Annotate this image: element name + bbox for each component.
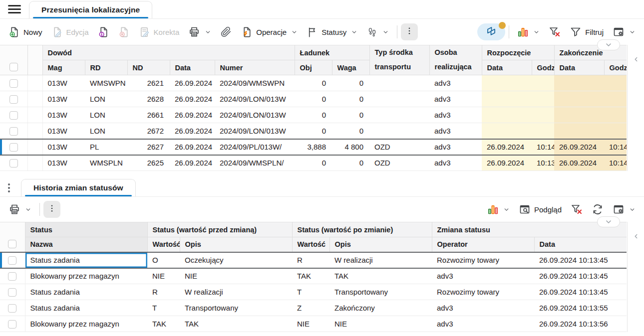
collapse-header-button[interactable] [597, 39, 620, 50]
clear-filter-button[interactable] [566, 201, 587, 218]
row-checkbox-cell[interactable] [0, 75, 27, 91]
column-header-end-data[interactable]: Data [554, 60, 604, 75]
transfer-row[interactable]: 013W PL 2627 26.09.2024 2024/09/PL/013W/… [0, 139, 627, 155]
row-checkbox-cell[interactable] [0, 155, 27, 171]
print-button[interactable] [184, 23, 216, 40]
more-options-button[interactable] [401, 23, 418, 40]
column-header-nazwa[interactable]: Nazwa [25, 237, 147, 252]
chevron-left-icon[interactable] [633, 56, 640, 63]
column-header-opis-przed[interactable]: Opis [180, 237, 292, 252]
column-header-end-godz[interactable]: Godz [604, 60, 627, 75]
new-button[interactable]: Nowy [4, 24, 47, 40]
filter-button[interactable]: Filtruj [565, 23, 608, 40]
group-header-before[interactable]: Status (wartość przed zmianą) [147, 222, 292, 237]
row-checkbox-cell[interactable] [0, 123, 27, 139]
statuses-button[interactable]: Statusy [302, 24, 362, 40]
print-button[interactable] [4, 201, 36, 218]
row-checkbox-cell[interactable] [0, 268, 25, 284]
row-checkbox-cell[interactable] [0, 107, 27, 123]
row-checkbox[interactable] [9, 95, 18, 104]
column-header-waga[interactable]: Waga [332, 60, 369, 75]
cell-rd: WMSWPN [85, 75, 127, 91]
footprints-button[interactable] [362, 24, 393, 40]
column-header-rd[interactable]: RD [85, 60, 127, 75]
select-all-checkbox-cell[interactable] [0, 45, 27, 75]
row-checkbox[interactable] [9, 127, 18, 136]
column-header-osoba[interactable]: Osoba realizująca [429, 45, 482, 75]
transfer-row[interactable]: 013W WMSWPN 2621 26.09.2024 2024/09/WMSW… [0, 75, 627, 91]
group-header-status[interactable]: Status [25, 222, 147, 237]
transfers-table: Dowód Ładunek Typ środka transportu Osob… [0, 45, 627, 171]
clear-filter-button[interactable] [544, 23, 565, 40]
row-checkbox-cell[interactable] [0, 284, 25, 300]
column-header-opis-po[interactable]: Opis [329, 237, 432, 252]
hamburger-menu-icon[interactable] [8, 5, 21, 13]
column-header-wartosc-po[interactable]: Wartość [292, 237, 329, 252]
preview-button[interactable]: Podgląd [514, 201, 566, 218]
grid-settings-button[interactable] [608, 201, 640, 218]
row-checkbox[interactable] [9, 111, 18, 120]
column-scroll-strip[interactable] [627, 45, 644, 171]
row-checkbox-cell[interactable] [0, 252, 25, 268]
chevron-left-icon[interactable] [633, 233, 640, 240]
status-history-row[interactable]: Blokowany przez magazyn NIE NIE TAK TAK … [0, 268, 627, 284]
document-info-button[interactable] [93, 24, 114, 40]
chart-button[interactable] [483, 201, 514, 218]
group-header-ladunek[interactable]: Ładunek [295, 45, 369, 60]
status-history-row[interactable]: Status zadania R W realizacji T Transpor… [0, 284, 627, 300]
column-header-typ[interactable]: Typ środka transportu [369, 45, 429, 75]
cell-nd: 2625 [127, 155, 170, 171]
column-header-mag[interactable]: Mag [42, 60, 85, 75]
row-checkbox-cell[interactable] [0, 316, 25, 332]
cell-waga: 0 [332, 75, 369, 91]
edit-label: Edycja [66, 28, 89, 36]
column-header-wartosc-przed[interactable]: Wartość [147, 237, 180, 252]
tab-przesuniecia-lokalizacyjne[interactable]: Przesunięcia lokalizacyjne [29, 1, 152, 18]
status-history-row[interactable]: Blokowany przez magazyn TAK TAK NIE NIE … [0, 316, 627, 332]
column-header-nd[interactable]: ND [127, 60, 170, 75]
row-checkbox-cell[interactable] [0, 91, 27, 107]
cell-wartosc-po: Z [292, 300, 329, 316]
transfer-row[interactable]: 013W LON 2672 26.09.2024 2024/09/LON/013… [0, 123, 627, 139]
column-header-start-data[interactable]: Data [482, 60, 532, 75]
transfer-row[interactable]: 013W LON 2661 26.09.2024 2024/09/LON/013… [0, 107, 627, 123]
row-checkbox[interactable] [9, 143, 18, 152]
chart-button[interactable] [513, 24, 544, 40]
group-header-after[interactable]: Status (wartość po zmianie) [292, 222, 432, 237]
status-history-row[interactable]: Status zadania T Transportowany Z Zakońc… [0, 300, 627, 316]
collapse-header-button[interactable] [597, 216, 620, 227]
select-all-checkbox-cell[interactable] [0, 222, 25, 252]
refresh-button[interactable] [587, 201, 608, 218]
group-header-dowod[interactable]: Dowód [42, 45, 295, 60]
column-header-numer[interactable]: Numer [215, 60, 295, 75]
row-checkbox[interactable] [8, 304, 16, 313]
column-header-start-godz[interactable]: Godz [532, 60, 554, 75]
column-header-operator[interactable]: Operator [432, 237, 534, 252]
select-all-checkbox[interactable] [9, 63, 18, 71]
transfer-row[interactable]: 013W LON 2628 26.09.2024 2024/09/LON/013… [0, 91, 627, 107]
transfer-row[interactable]: 013W WMSPLN 2625 26.09.2024 2024/09/WMSP… [0, 155, 627, 171]
section-kebab-icon[interactable] [8, 183, 10, 192]
row-checkbox[interactable] [8, 256, 16, 265]
row-checkbox-cell[interactable] [0, 139, 27, 155]
column-header-data[interactable]: Data [170, 60, 215, 75]
operations-button[interactable]: Operacje [237, 24, 302, 40]
row-checkbox[interactable] [8, 320, 16, 329]
grid-settings-button[interactable] [608, 23, 640, 40]
row-checkbox[interactable] [8, 272, 16, 281]
more-options-button[interactable] [43, 201, 60, 218]
duplicate-view-button[interactable] [477, 23, 505, 40]
status-history-row[interactable]: Status zadania O Oczekujący R W realizac… [0, 252, 627, 268]
cell-opis-po: W realizacji [329, 252, 432, 268]
column-header-data[interactable]: Data [534, 237, 627, 252]
row-checkbox[interactable] [9, 79, 18, 88]
row-checkbox-cell[interactable] [0, 300, 25, 316]
row-checkbox[interactable] [8, 288, 16, 297]
group-header-rozpoczecie[interactable]: Rozpoczęcie [482, 45, 554, 60]
attachment-button[interactable] [216, 23, 237, 40]
tab-historia-zmian-statusow[interactable]: Historia zmian statusów [21, 179, 136, 196]
row-checkbox[interactable] [9, 159, 18, 168]
column-header-obj[interactable]: Obj [295, 60, 332, 75]
select-all-checkbox[interactable] [8, 240, 16, 248]
column-scroll-strip[interactable] [627, 222, 644, 332]
